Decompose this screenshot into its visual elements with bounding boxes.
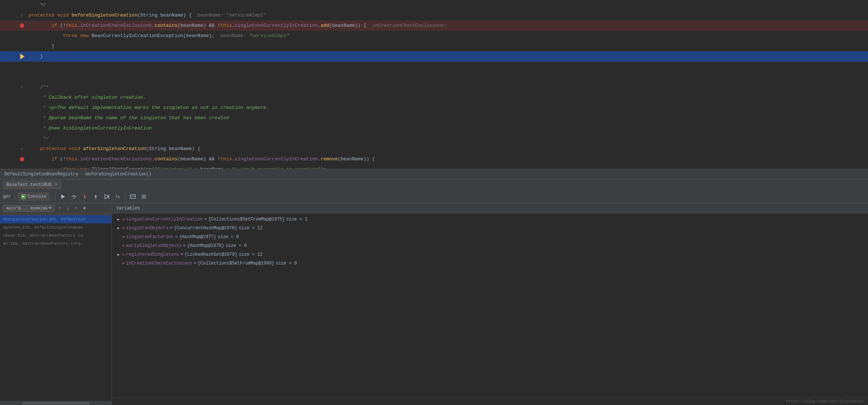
breadcrumb-method[interactable]: beforeSingletonCreation() xyxy=(85,172,152,177)
add-btn[interactable]: + xyxy=(81,205,88,212)
code-content-6: } xyxy=(26,51,868,62)
fold-icon-2: ⊖ xyxy=(21,13,23,18)
toolbar-sep-3 xyxy=(125,193,125,200)
run-to-cursor-btn[interactable] xyxy=(102,191,112,202)
var-val-2: {HashMap@1977} xyxy=(179,234,216,240)
var-eq-4: = xyxy=(180,252,183,257)
var-item-1[interactable]: ▶ ∞ singletonObjects = {ConcurrentHashMa… xyxy=(112,224,868,233)
nav-down[interactable]: ↓ xyxy=(65,205,71,212)
code-line-5: } xyxy=(0,41,868,51)
bottom-panel: main"@... RUNNING ▼ ↑ ↓ ▿ + eSingletonCr… xyxy=(0,203,868,405)
svg-rect-10 xyxy=(130,195,135,198)
nav-up[interactable]: ↑ xyxy=(56,205,62,212)
code-line-13: * @see #isSingletonCurrentlyInCreation xyxy=(0,123,868,134)
dropdown-arrow: ▼ xyxy=(49,206,51,210)
layout-btn[interactable] xyxy=(139,191,149,202)
status-url: https://blog.csdn.net/liujunzxcv xyxy=(786,399,864,404)
code-line-2: ⊖ protected void beforeSingletonCreation… xyxy=(0,10,868,21)
variables-list: ▶ ∞ singletonsCurrentlyInCreation = {Col… xyxy=(112,214,868,398)
fold-icon-15: ⊖ xyxy=(21,147,23,151)
debug-tab-1[interactable]: BaseTest.testCRUD × xyxy=(3,180,61,189)
code-line-15: ⊖ protected void afterSingletonCreation(… xyxy=(0,144,868,154)
toolbar-sep-2 xyxy=(55,193,55,200)
code-content-5: } xyxy=(26,41,868,51)
var-name-4: registeredSingletons xyxy=(126,252,179,257)
call-stack-items: eSingletonCreation:341, DefaultSin nglet… xyxy=(0,215,112,401)
var-name-2: singletonFactories xyxy=(126,234,174,240)
debug-tab-close[interactable]: × xyxy=(55,182,57,187)
code-line-8 xyxy=(0,72,868,82)
code-line-1: */ xyxy=(0,0,868,10)
debug-tabs-bar: BaseTest.testCRUD × xyxy=(0,179,868,190)
code-line-17: throw new IllegalStateException("Singlet… xyxy=(0,164,868,169)
resume-btn[interactable] xyxy=(58,191,68,202)
var-val-0: {Collections$SetFromMap@1975} xyxy=(208,217,285,222)
thread-selector[interactable]: main"@... RUNNING ▼ xyxy=(3,205,54,212)
step-out-btn[interactable] xyxy=(91,191,101,202)
var-expand-4[interactable]: ▶ xyxy=(116,252,121,257)
scroll-indicator-area xyxy=(0,401,112,405)
code-lines: */ ⊖ protected void beforeSingletonCreat… xyxy=(0,0,868,169)
stack-item-text-0: eSingletonCreation:341, DefaultSin xyxy=(3,217,85,222)
code-content-17: throw new IllegalStateException("Singlet… xyxy=(26,164,868,169)
code-content-14: */ xyxy=(26,134,868,144)
code-line-10: * Callback after singleton creation. xyxy=(0,92,868,103)
var-item-4[interactable]: ▶ ∞ registeredSingletons = {LinkedHashSe… xyxy=(112,250,868,259)
var-item-0[interactable]: ▶ ∞ singletonsCurrentlyInCreation = {Col… xyxy=(112,215,868,224)
toolbar-sep-1 xyxy=(15,193,15,200)
call-stack-item-3[interactable]: an:199, AbstractBeanFactory (org. xyxy=(0,240,112,248)
stack-item-text-3: an:199, AbstractBeanFactory (org. xyxy=(3,241,83,246)
variables-title: Variables xyxy=(116,206,140,211)
code-line-3: if (!this.inCreationCheckExclusions.cont… xyxy=(0,21,868,31)
var-expand-2 xyxy=(116,235,121,239)
fold-icon-9: ⊖ xyxy=(21,85,23,90)
breadcrumb-sep: › xyxy=(81,172,83,177)
breakpoint-3 xyxy=(20,23,24,28)
svg-marker-1 xyxy=(75,196,76,198)
var-size-0: size = 1 xyxy=(287,217,308,222)
console-tab[interactable]: ▶ Console xyxy=(17,192,50,201)
var-eq-5: = xyxy=(194,261,196,266)
debug-arrow xyxy=(20,54,25,59)
code-content-13: * @see #isSingletonCurrentlyInCreation xyxy=(26,123,868,134)
console-label: Console xyxy=(28,194,46,199)
var-item-2[interactable]: ∞ singletonFactories = {HashMap@1977} si… xyxy=(112,233,868,241)
svg-marker-0 xyxy=(61,194,65,199)
var-expand-0[interactable]: ▶ xyxy=(116,217,121,222)
bp-area-9: ⊖ xyxy=(18,85,26,90)
evaluate-btn[interactable]: fx xyxy=(113,191,123,202)
var-name-5: inCreationCheckExclusions xyxy=(126,261,192,266)
watch-btn[interactable] xyxy=(128,191,138,202)
breadcrumb-bar: DefaultSingletonBeanRegistry › beforeSin… xyxy=(0,169,868,179)
var-name-3: earlySingletonObjects xyxy=(126,243,182,248)
code-content-16: if (!this.inCreationCheckExclusions.cont… xyxy=(26,154,868,164)
step-into-btn[interactable] xyxy=(80,191,90,202)
breadcrumb-class[interactable]: DefaultSingletonBeanRegistry xyxy=(4,172,79,177)
var-eq-3: = xyxy=(183,243,186,248)
var-size-2: size = 0 xyxy=(218,234,239,240)
svg-marker-7 xyxy=(105,194,108,199)
call-stack-item-0[interactable]: eSingletonCreation:341, DefaultSin xyxy=(0,215,112,223)
call-stack-item-2[interactable]: tBean:318, AbstractBeanFactory (o xyxy=(0,231,112,240)
var-expand-5 xyxy=(116,261,121,266)
call-stack-item-1[interactable]: ngleton:215, DefaultSingletonBean xyxy=(0,223,112,231)
var-size-5: size = 0 xyxy=(276,261,297,266)
step-over-btn[interactable] xyxy=(69,191,79,202)
var-val-3: {HashMap@1978} xyxy=(187,243,224,248)
var-size-3: size = 0 xyxy=(226,243,247,248)
scroll-thumb xyxy=(22,402,89,404)
code-content-9: /** xyxy=(26,82,868,92)
var-item-5[interactable]: ∞ inCreationCheckExclusions = {Collectio… xyxy=(112,259,868,268)
code-line-6: } xyxy=(0,51,868,62)
code-content-1: */ xyxy=(26,0,868,10)
code-line-7 xyxy=(0,62,868,72)
filter-icon[interactable]: ▿ xyxy=(73,205,79,212)
call-stack-panel: main"@... RUNNING ▼ ↑ ↓ ▿ + eSingletonCr… xyxy=(0,203,112,405)
var-eq-2: = xyxy=(175,234,178,240)
var-eq-1: = xyxy=(170,226,172,231)
var-infinity-1: ∞ xyxy=(122,226,125,230)
var-expand-1[interactable]: ▶ xyxy=(116,226,121,230)
var-eq-0: = xyxy=(204,217,207,222)
var-item-3[interactable]: ∞ earlySingletonObjects = {HashMap@1978}… xyxy=(112,241,868,250)
code-line-12: * @param beanName the name of the single… xyxy=(0,113,868,123)
